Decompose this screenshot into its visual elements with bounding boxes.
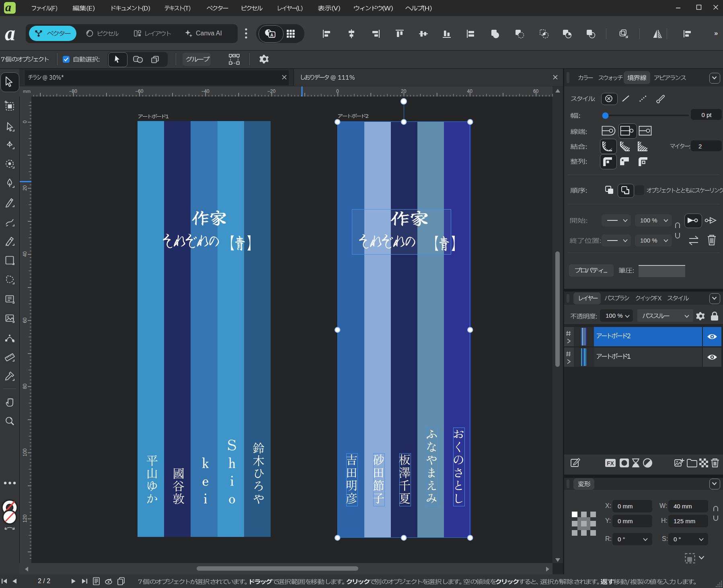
svg-text:−80: −80 [69, 88, 78, 94]
svg-text:0: 0 [336, 88, 339, 94]
svg-text:20: 20 [22, 185, 28, 191]
svg-text:−60: −60 [135, 88, 144, 94]
svg-text:60: 60 [22, 317, 28, 323]
svg-text:40: 40 [467, 88, 473, 94]
svg-text:−40: −40 [201, 88, 210, 94]
svg-text:80: 80 [22, 384, 28, 389]
svg-text:−20: −20 [267, 88, 276, 94]
svg-text:60: 60 [533, 88, 539, 94]
svg-text:120: 120 [22, 514, 28, 522]
svg-text:40: 40 [22, 251, 28, 257]
svg-text:20: 20 [401, 88, 407, 94]
svg-text:0: 0 [22, 120, 28, 123]
svg-text:FX: FX [607, 460, 614, 467]
svg-text:A: A [270, 33, 273, 37]
svg-text:100: 100 [22, 448, 28, 456]
